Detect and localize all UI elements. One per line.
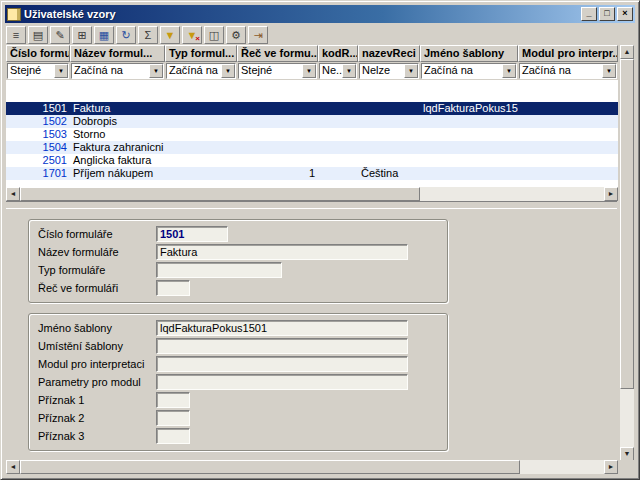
grid-cell[interactable] — [358, 102, 420, 115]
grid-spacer-row[interactable] — [6, 80, 618, 102]
grid-cell[interactable] — [420, 167, 518, 180]
grid-cell[interactable] — [420, 141, 518, 154]
grid-cell[interactable] — [358, 154, 420, 167]
grid-cell[interactable] — [420, 128, 518, 141]
grid-cell[interactable] — [165, 115, 237, 128]
scroll-down-icon[interactable]: ▼ — [620, 447, 634, 461]
new-record-icon[interactable]: ⊞ — [72, 26, 92, 44]
grid-cell[interactable] — [518, 128, 618, 141]
jmeno-sablony-field[interactable]: lqdFakturaPokus1501 — [156, 320, 408, 336]
column-header-6[interactable]: Jméno šablony — [420, 45, 518, 62]
grid-cell[interactable] — [165, 154, 237, 167]
grid-cell[interactable] — [165, 102, 237, 115]
column-header-5[interactable]: nazevReci — [358, 45, 420, 62]
combo-arrow-icon[interactable]: ▼ — [502, 64, 516, 78]
nazev-formulare-field[interactable]: Faktura — [156, 244, 408, 260]
grid-cell[interactable] — [518, 167, 618, 180]
combo-arrow-icon[interactable]: ▼ — [302, 64, 316, 78]
combo-arrow-icon[interactable]: ▼ — [404, 64, 418, 78]
grid-cell[interactable]: Faktura — [70, 102, 165, 115]
combo-arrow-icon[interactable]: ▼ — [54, 64, 68, 78]
refresh-icon[interactable]: ↻ — [116, 26, 136, 44]
filter-clear-icon[interactable]: ▼× — [182, 26, 202, 44]
grid-row-1501[interactable]: 1501FakturalqdFakturaPokus1501 — [6, 102, 618, 115]
grid-cell[interactable]: Faktura zahranicni — [70, 141, 165, 154]
grid-cell[interactable]: 1503 — [6, 128, 70, 141]
grid-cell[interactable]: lqdFakturaPokus1501 — [420, 102, 518, 115]
parametry-pro-modul-field[interactable] — [156, 374, 408, 390]
priznak-2-field[interactable] — [156, 410, 190, 426]
modul-pro-interpretaci-field[interactable] — [156, 356, 408, 372]
scroll-left-icon[interactable]: ◄ — [6, 187, 20, 201]
column-header-4[interactable]: kodR... — [318, 45, 358, 62]
grid-row-1701[interactable]: 1701Příjem nákupem1Čeština — [6, 167, 618, 180]
detail-view-icon[interactable]: ▤ — [28, 26, 48, 44]
grid-cell[interactable] — [318, 115, 358, 128]
filter-combo-0[interactable]: Stejné▼ — [7, 63, 69, 79]
grid-cell[interactable]: 1 — [237, 167, 318, 180]
columns-icon[interactable]: ◫ — [204, 26, 224, 44]
scroll-right-icon[interactable]: ► — [604, 460, 618, 474]
combo-arrow-icon[interactable]: ▼ — [342, 64, 356, 78]
grid-cell[interactable] — [318, 167, 358, 180]
grid-cell[interactable]: Anglicka faktura — [70, 154, 165, 167]
priznak-3-field[interactable] — [156, 428, 190, 444]
close-button[interactable]: × — [617, 7, 633, 21]
grid-cell[interactable]: 2501 — [6, 154, 70, 167]
umisteni-sablony-field[interactable] — [156, 338, 408, 354]
grid-cell[interactable] — [358, 128, 420, 141]
grid-row-1503[interactable]: 1503Storno — [6, 128, 618, 141]
grid-cell[interactable] — [237, 115, 318, 128]
grid-cell[interactable]: Dobropis — [70, 115, 165, 128]
combo-arrow-icon[interactable]: ▼ — [149, 64, 163, 78]
column-header-7[interactable]: Modul pro interpr... — [518, 45, 618, 62]
grid-cell[interactable]: Čeština — [358, 167, 420, 180]
grid-row-1504[interactable]: 1504Faktura zahranicni — [6, 141, 618, 154]
grid-cell[interactable] — [165, 167, 237, 180]
sum-icon[interactable]: Σ — [138, 26, 158, 44]
grid-cell[interactable]: Storno — [70, 128, 165, 141]
grid-row-1502[interactable]: 1502Dobropis — [6, 115, 618, 128]
column-header-3[interactable]: Řeč ve formu... — [237, 45, 318, 62]
rec-ve-formulari-field[interactable] — [156, 280, 190, 296]
settings-icon[interactable]: ⚙ — [226, 26, 246, 44]
grid-cell[interactable]: 1501 — [6, 102, 70, 115]
hscroll-thumb[interactable] — [20, 460, 520, 474]
grid-cell[interactable]: 1502 — [6, 115, 70, 128]
filter-combo-4[interactable]: Ne...▼ — [319, 63, 357, 79]
grid-cell[interactable] — [518, 115, 618, 128]
grid-cell[interactable] — [518, 154, 618, 167]
grid-cell[interactable] — [237, 141, 318, 154]
grid-cell[interactable]: Příjem nákupem — [70, 167, 165, 180]
hscroll-thumb[interactable] — [20, 187, 420, 201]
filter-combo-6[interactable]: Začíná na▼ — [421, 63, 517, 79]
column-header-2[interactable]: Typ formul... — [165, 45, 237, 62]
grid-cell[interactable] — [420, 115, 518, 128]
grid-cell[interactable] — [518, 102, 618, 115]
data-menu-icon[interactable]: ≡ — [6, 26, 26, 44]
combo-arrow-icon[interactable]: ▼ — [602, 64, 616, 78]
grid-cell[interactable]: 1504 — [6, 141, 70, 154]
cislo-formulare-field[interactable]: 1501 — [156, 226, 228, 242]
grid-cell[interactable] — [237, 154, 318, 167]
grid-cell[interactable] — [518, 141, 618, 154]
grid-cell[interactable] — [358, 141, 420, 154]
typ-formulare-field[interactable] — [156, 262, 282, 278]
grid-cell[interactable] — [318, 128, 358, 141]
edit-record-icon[interactable]: ✎ — [50, 26, 70, 44]
grid-cell[interactable] — [165, 141, 237, 154]
filter-icon[interactable]: ▼ — [160, 26, 180, 44]
column-header-1[interactable]: Název formul... — [70, 45, 165, 62]
filter-combo-5[interactable]: Nelze▼ — [359, 63, 419, 79]
column-header-0[interactable]: Číslo formul... — [6, 45, 70, 62]
grid-cell[interactable] — [358, 115, 420, 128]
filter-combo-2[interactable]: Začíná na▼ — [166, 63, 236, 79]
exit-icon[interactable]: ⇥ — [248, 26, 268, 44]
grid-cell[interactable] — [318, 154, 358, 167]
scroll-right-icon[interactable]: ► — [604, 187, 618, 201]
title-bar[interactable]: Uživatelské vzory _ □ × — [5, 5, 635, 23]
grid-cell[interactable] — [318, 141, 358, 154]
bottom-hscrollbar[interactable]: ◄ ► — [6, 460, 618, 474]
scroll-left-icon[interactable]: ◄ — [6, 460, 20, 474]
grid-cell[interactable]: 1701 — [6, 167, 70, 180]
